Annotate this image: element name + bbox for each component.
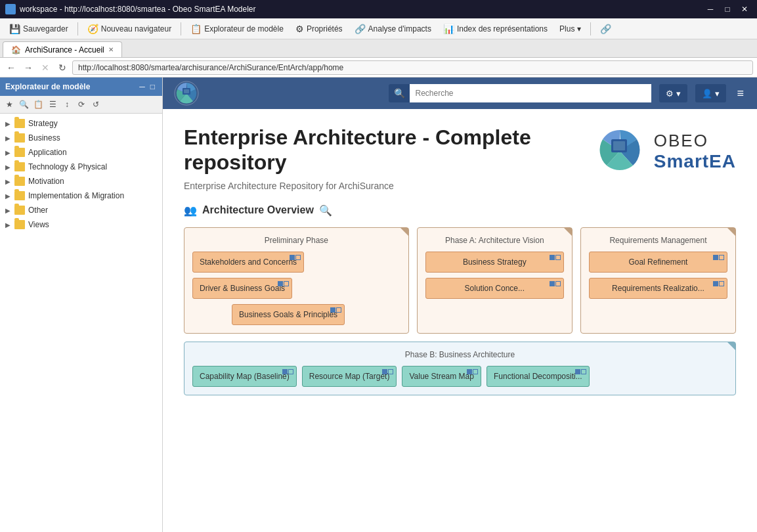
- folder-icon-tech: [14, 162, 25, 171]
- phase-a: Phase A: Architecture Vision Business St…: [417, 227, 573, 334]
- menu-new-nav-label: Nouveau navigateur: [101, 24, 171, 33]
- sidebar-minimize-button[interactable]: ─: [137, 82, 147, 91]
- model-explorer-icon: 📋: [190, 24, 202, 34]
- card-solution-conce[interactable]: Solution Conce...: [425, 278, 564, 299]
- card-icon-biz-strategy: [550, 255, 561, 260]
- obeo-logo-graphic: [594, 125, 646, 177]
- card-icon-value-stream: [467, 369, 478, 374]
- title-bar: workspace - http://localhost:8080/smarte…: [0, 0, 757, 18]
- card-icon-capability: [282, 369, 293, 374]
- zoom-button[interactable]: 🔍: [319, 204, 332, 217]
- representations-icon: 📊: [443, 24, 454, 34]
- folder-icon-views: [14, 220, 25, 229]
- maximize-button[interactable]: □: [720, 3, 735, 15]
- stop-button[interactable]: ✕: [38, 60, 53, 75]
- expand-arrow-motivation: ▶: [5, 178, 14, 185]
- tab-home-icon: 🏠: [11, 45, 21, 55]
- phase-a-title: Phase A: Architecture Vision: [425, 236, 564, 245]
- sidebar-item-application[interactable]: ▶ Application: [0, 145, 162, 160]
- settings-button[interactable]: ⚙ ▾: [659, 84, 687, 102]
- card-driver-goals[interactable]: Driver & Business Goals: [192, 278, 292, 299]
- separator-3: [590, 22, 591, 35]
- phase-corner-preliminary: [400, 228, 408, 236]
- menu-save[interactable]: 💾 Sauvegarder: [4, 21, 74, 37]
- phase-preliminary: Preliminary Phase Stakeholders and Conce…: [184, 227, 409, 334]
- sidebar-item-views-label: Views: [28, 220, 49, 229]
- sidebar-item-motivation[interactable]: ▶ Motivation: [0, 174, 162, 188]
- sidebar-star-button[interactable]: ★: [3, 98, 16, 111]
- menu-impact[interactable]: 🔗 Analyse d'impacts: [349, 21, 437, 37]
- card-biz-goals-principles[interactable]: Business Goals & Principles: [232, 304, 345, 325]
- section-title: 👥 Architecture Overview 🔍: [184, 204, 736, 217]
- menu-properties[interactable]: ⚙ Propriétés: [290, 21, 348, 37]
- expand-arrow-other: ▶: [5, 207, 14, 214]
- refresh-button[interactable]: ↻: [55, 60, 70, 75]
- sidebar-filter-button[interactable]: ⟳: [75, 98, 88, 111]
- sidebar-item-other-label: Other: [28, 206, 48, 215]
- external-link-icon: 🔗: [600, 24, 611, 34]
- menu-model-explorer-label: Explorateur de modèle: [204, 24, 284, 33]
- sidebar-sort-button[interactable]: ↕: [60, 98, 74, 111]
- expand-arrow-views: ▶: [5, 221, 14, 229]
- close-button[interactable]: ✕: [737, 3, 752, 15]
- sidebar-item-impl-migration[interactable]: ▶ Implementation & Migration: [0, 188, 162, 203]
- folder-icon-strategy: [14, 119, 25, 128]
- sidebar-item-views[interactable]: ▶ Views: [0, 217, 162, 232]
- sidebar-item-tech-physical[interactable]: ▶ Technology & Physical: [0, 160, 162, 174]
- sidebar-item-business[interactable]: ▶ Business: [0, 131, 162, 145]
- phase-b: Phase B: Business Architecture Capabilit…: [184, 342, 736, 395]
- svg-rect-4: [613, 141, 625, 150]
- separator-1: [77, 22, 78, 35]
- brand-logo-svg: [173, 80, 200, 106]
- card-value-stream-label: Value Stream Map: [409, 372, 474, 381]
- sidebar-copy-button[interactable]: 📋: [32, 98, 45, 111]
- folder-icon-business: [14, 133, 25, 143]
- phase-preliminary-cards: Stakeholders and Concerns Driver & Busin…: [192, 252, 400, 325]
- card-functional-decompositi[interactable]: Functional Decompositi...: [487, 366, 590, 387]
- card-biz-strategy[interactable]: Business Strategy: [425, 252, 564, 273]
- card-icon-solution: [550, 281, 561, 286]
- sidebar: Explorateur de modèle ─ □ ★ 🔍 📋 ☰ ↕ ⟳ ↺ …: [0, 78, 163, 532]
- title-bar-controls[interactable]: ─ □ ✕: [703, 3, 752, 15]
- sidebar-item-strategy[interactable]: ▶ Strategy: [0, 116, 162, 131]
- save-icon: 💾: [9, 24, 20, 34]
- user-button[interactable]: 👤 ▾: [695, 84, 726, 102]
- address-input[interactable]: [72, 60, 753, 75]
- menu-more[interactable]: Plus ▾: [554, 22, 586, 36]
- expand-arrow-application: ▶: [5, 149, 14, 156]
- sidebar-maximize-button[interactable]: □: [148, 82, 157, 91]
- sidebar-item-strategy-label: Strategy: [28, 119, 58, 128]
- sidebar-item-other[interactable]: ▶ Other: [0, 203, 162, 217]
- obeo-text: OBEO SmartEA: [654, 131, 736, 172]
- expand-arrow-strategy: ▶: [5, 120, 14, 127]
- minimize-button[interactable]: ─: [703, 3, 718, 15]
- card-capability-map[interactable]: Capability Map (Baseline): [192, 366, 297, 387]
- sidebar-search-button[interactable]: 🔍: [17, 98, 30, 111]
- hamburger-button[interactable]: ≡: [734, 84, 746, 103]
- card-stakeholders[interactable]: Stakeholders and Concerns: [192, 252, 304, 273]
- menu-external[interactable]: 🔗: [595, 21, 616, 37]
- user-icon: 👤: [702, 89, 712, 99]
- forward-button[interactable]: →: [21, 60, 35, 75]
- card-capability-label: Capability Map (Baseline): [200, 372, 290, 381]
- card-goal-refinement[interactable]: Goal Refinement: [589, 252, 727, 273]
- back-button[interactable]: ←: [4, 60, 18, 75]
- card-requirements-realizatio[interactable]: Requirements Realizatio...: [589, 278, 727, 299]
- sidebar-toolbar: ★ 🔍 📋 ☰ ↕ ⟳ ↺: [0, 96, 162, 114]
- tab-bar: 🏠 ArchiSurance - Accueil ✕: [0, 39, 757, 58]
- sidebar-list-button[interactable]: ☰: [46, 98, 59, 111]
- search-button[interactable]: 🔍: [389, 84, 410, 102]
- brand-logo: [173, 80, 200, 106]
- impact-icon: 🔗: [355, 24, 366, 34]
- card-resource-map[interactable]: Resource Map (Target): [302, 366, 397, 387]
- sidebar-refresh-button[interactable]: ↺: [89, 98, 102, 111]
- card-icon-stakeholders: [290, 255, 301, 260]
- menu-representations[interactable]: 📊 Index des représentations: [438, 21, 553, 37]
- menu-new-nav[interactable]: 🧭 Nouveau navigateur: [82, 21, 177, 37]
- search-input[interactable]: [410, 84, 651, 102]
- tab-close-button[interactable]: ✕: [108, 46, 114, 53]
- tab-home[interactable]: 🏠 ArchiSurance - Accueil ✕: [3, 41, 122, 57]
- card-value-stream[interactable]: Value Stream Map: [402, 366, 481, 387]
- phase-corner-a: [564, 228, 572, 236]
- menu-model-explorer[interactable]: 📋 Explorateur de modèle: [185, 21, 289, 37]
